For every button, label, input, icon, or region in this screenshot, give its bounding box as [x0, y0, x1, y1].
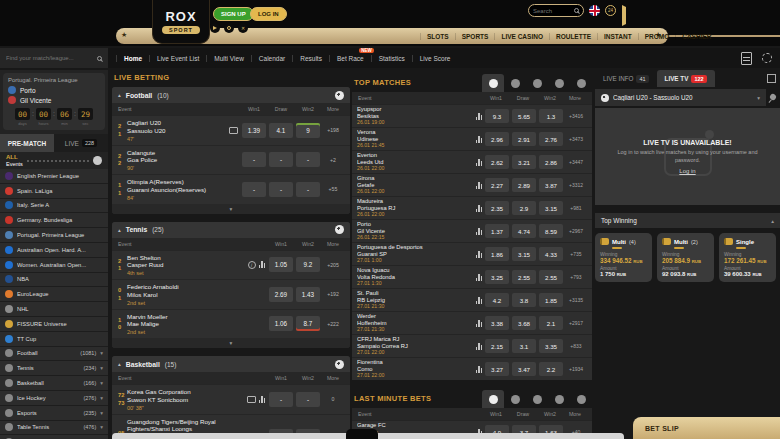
more-markets[interactable]: +833: [565, 343, 587, 349]
odds-draw[interactable]: -: [269, 182, 293, 197]
gear-icon[interactable]: [762, 53, 772, 63]
more-markets[interactable]: +55: [322, 186, 344, 192]
fullscreen-icon[interactable]: [767, 74, 776, 83]
tab-live-info[interactable]: LIVE INFO 41: [595, 70, 657, 87]
stats-icon[interactable]: [476, 136, 483, 143]
odds-win1[interactable]: 2.15: [485, 339, 509, 353]
coupon-icon[interactable]: [741, 52, 752, 65]
x-icon[interactable]: ✕: [238, 23, 248, 33]
odds-draw[interactable]: 2.9: [512, 201, 536, 215]
more-markets[interactable]: +1934: [565, 366, 587, 372]
odds-win2[interactable]: 9.2: [296, 257, 320, 272]
tab-esports[interactable]: [570, 390, 592, 408]
stats-icon[interactable]: [476, 251, 483, 258]
odds-win2[interactable]: -: [296, 182, 320, 197]
sidebar-sport-category[interactable]: Esports (235) ▾: [0, 406, 108, 421]
odds-win2[interactable]: 1.3: [539, 109, 563, 123]
match-row[interactable]: Girona Getafe 26.01 22:00 2.27 2.89 3.87…: [352, 173, 592, 196]
stats-icon[interactable]: [476, 343, 483, 350]
sidebar-league-item[interactable]: EuroLeague: [0, 287, 108, 302]
more-markets[interactable]: +2967: [565, 228, 587, 234]
tab-ice-hockey[interactable]: [548, 390, 570, 408]
odds-win1[interactable]: -: [242, 152, 266, 167]
odds-draw[interactable]: 3.8: [512, 293, 536, 307]
expand-panel-button[interactable]: ▾: [112, 338, 350, 348]
subnav-link[interactable]: Statistics: [371, 55, 412, 62]
odds-win2[interactable]: 3.87: [539, 178, 563, 192]
match-row[interactable]: Werder Hoffenheim 27.01 21:30 3.38 3.68 …: [352, 311, 592, 334]
odds-draw[interactable]: 4.1: [269, 123, 293, 138]
more-markets[interactable]: +3416: [565, 113, 587, 119]
match-league-search-input[interactable]: [6, 55, 94, 61]
sidebar-sport-category[interactable]: Tennis (234) ▾: [0, 361, 108, 376]
chevron-up-icon[interactable]: ▴: [118, 227, 121, 233]
rox-logo[interactable]: ROX SPORT: [152, 0, 210, 44]
main-nav-item[interactable]: CASHIER: [675, 33, 717, 40]
subnav-link[interactable]: Home: [116, 55, 149, 62]
tennis-panel-header[interactable]: ▴ Tennis (25): [112, 222, 350, 238]
expand-panel-button[interactable]: ▾: [112, 204, 350, 214]
odds-draw[interactable]: 3.1: [512, 339, 536, 353]
match-row[interactable]: St. Pauli RB Leipzig 27.01 21:30 4.2 3.8…: [352, 288, 592, 311]
subnav-link[interactable]: Calendar: [251, 55, 292, 62]
odds-win2[interactable]: 4.33: [539, 247, 563, 261]
odds-draw[interactable]: 3.15: [512, 247, 536, 261]
odds-win2[interactable]: 2.1: [539, 316, 563, 330]
language-flag-icon[interactable]: [589, 5, 600, 16]
main-nav-item[interactable]: INSTANT: [597, 33, 638, 40]
stats-icon[interactable]: [259, 261, 266, 268]
basketball-panel-header[interactable]: ▴ Basketball (15): [112, 356, 350, 372]
match-row[interactable]: CFRJ Marica RJ Sampaio Correa RJ 27.01 2…: [352, 334, 592, 357]
odds-win2[interactable]: -: [296, 392, 320, 407]
match-row[interactable]: 11 Olimpia A(Reserves) Guarani Asuncion(…: [112, 174, 350, 204]
match-row[interactable]: 21 Cagliari U20 Sassuolo U20 47' 1.39 4.…: [112, 115, 350, 145]
stats-icon[interactable]: [476, 366, 483, 373]
sidebar-league-item[interactable]: Portugal. Primeira League: [0, 228, 108, 243]
odds-win1[interactable]: 2.69: [269, 287, 293, 302]
odds-draw[interactable]: 3.47: [512, 362, 536, 376]
match-row[interactable]: 21 Ben Shelton Casper Ruud 4th set i 1.0…: [112, 250, 350, 280]
tab-esports[interactable]: [570, 74, 592, 92]
subnav-link[interactable]: Results: [292, 55, 329, 62]
events-slider-track[interactable]: [27, 160, 89, 162]
odds-win2[interactable]: -: [296, 152, 320, 167]
sidebar-sport-category[interactable]: Ice Hockey (276) ▾: [0, 391, 108, 406]
odds-win1[interactable]: 2.62: [485, 155, 509, 169]
main-nav-item[interactable]: ROULETTE: [549, 33, 597, 40]
odds-win2[interactable]: 2.86: [539, 155, 563, 169]
sidebar-league-item[interactable]: NHL: [0, 302, 108, 317]
odds-win1[interactable]: 2.35: [485, 201, 509, 215]
more-markets[interactable]: 0: [322, 396, 344, 402]
winning-card[interactable]: Multi (2) Winning 205 884.9 RUB Amount 9…: [657, 233, 714, 282]
odds-draw[interactable]: 2.89: [512, 178, 536, 192]
sidebar-league-item[interactable]: Spain. LaLiga: [0, 184, 108, 199]
match-row[interactable]: Madureira Portuguesa RJ 26.01 22:00 2.35…: [352, 196, 592, 219]
subnav-link[interactable]: Live Score: [412, 55, 458, 62]
pin-icon[interactable]: [766, 94, 780, 100]
more-markets[interactable]: +205: [322, 262, 344, 268]
telegram-icon[interactable]: [210, 23, 220, 33]
tab-basketball[interactable]: [504, 74, 526, 92]
sidebar-sport-category[interactable]: Table Tennis (476) ▾: [0, 421, 108, 436]
main-nav-item[interactable]: LIVE CASINO: [494, 33, 549, 40]
match-row[interactable]: 10 Marvin Moeller Mae Malige 2nd set 1.0…: [112, 309, 350, 339]
odds-win2[interactable]: 1.43: [296, 287, 320, 302]
odds-win2[interactable]: 1.85: [539, 293, 563, 307]
odds-draw[interactable]: 3.21: [512, 155, 536, 169]
telegram-contact-icon[interactable]: [622, 7, 626, 25]
more-markets[interactable]: +3447: [565, 159, 587, 165]
odds-win1[interactable]: 3.25: [485, 270, 509, 284]
odds-win1[interactable]: 4.2: [485, 293, 509, 307]
more-markets[interactable]: +3135: [565, 297, 587, 303]
chevron-up-icon[interactable]: ▴: [118, 92, 121, 98]
favorites-star-icon[interactable]: ★: [648, 31, 668, 39]
odds-win2[interactable]: 9: [296, 123, 320, 138]
odds-win1[interactable]: 9.3: [485, 109, 509, 123]
subnav-link[interactable]: Multi View: [206, 55, 251, 62]
subnav-link[interactable]: Live Event List: [149, 55, 206, 62]
stats-icon[interactable]: [476, 113, 483, 120]
tab-volleyball[interactable]: [526, 390, 548, 408]
stats-icon[interactable]: [476, 228, 483, 235]
stats-icon[interactable]: [476, 274, 483, 281]
support-24-icon[interactable]: 24: [605, 5, 616, 16]
